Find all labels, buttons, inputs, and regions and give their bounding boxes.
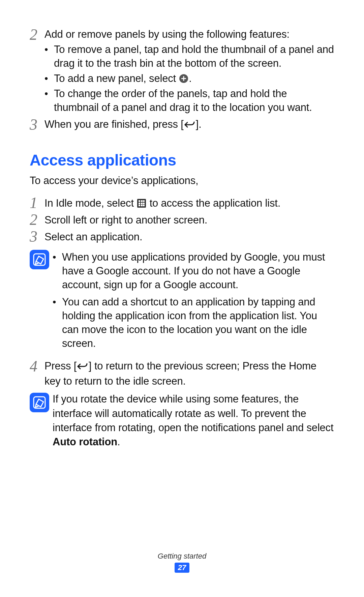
bullet-dot: • xyxy=(53,295,62,308)
bullet-dot: • xyxy=(44,72,54,85)
note-icon-cell xyxy=(30,249,53,269)
step-3: 3 When you are finished, press []. xyxy=(30,116,334,133)
step-body: Add or remove panels by using the follow… xyxy=(44,26,334,114)
bullet-text: When you use applications provided by Go… xyxy=(62,250,334,292)
bullet-item: • To change the order of the panels, tap… xyxy=(44,87,334,115)
note-block: If you rotate the device while using som… xyxy=(30,392,334,449)
step-number: 1 xyxy=(30,195,44,211)
step-text: Add or remove panels by using the follow… xyxy=(44,28,290,40)
bullet-text: To add a new panel, select . xyxy=(54,72,334,86)
step-body: Press [] to return to the previous scree… xyxy=(44,358,334,388)
back-icon xyxy=(77,361,88,375)
step-number: 2 xyxy=(30,26,44,42)
apps-grid-icon xyxy=(137,199,146,208)
bullet-item: • To add a new panel, select . xyxy=(44,72,334,86)
step-3b: 3 Select an application. xyxy=(30,228,334,244)
step-number: 2 xyxy=(30,211,44,228)
bullet-item: • To remove a panel, tap and hold the th… xyxy=(44,43,334,70)
section-heading: Access applications xyxy=(30,151,334,169)
note-icon xyxy=(30,250,49,269)
plus-icon xyxy=(179,74,188,83)
bullet-item: • When you use applications provided by … xyxy=(53,250,334,292)
footer-section-label: Getting started xyxy=(0,552,364,561)
bullet-list: • To remove a panel, tap and hold the th… xyxy=(44,43,334,115)
step-2: 2 Add or remove panels by using the foll… xyxy=(30,26,334,114)
bullet-text: To change the order of the panels, tap a… xyxy=(54,87,334,115)
step-body: In Idle mode, select to access the appli… xyxy=(44,195,334,210)
bullet-dot: • xyxy=(44,43,54,56)
page-number-badge: 27 xyxy=(175,563,189,573)
intro-text: To access your device’s applications, xyxy=(30,174,334,188)
step-1: 1 In Idle mode, select to access the app… xyxy=(30,195,334,211)
bullet-text: You can add a shortcut to an application… xyxy=(62,295,334,351)
note-icon-cell xyxy=(30,392,53,412)
step-number: 3 xyxy=(30,116,44,132)
step-4: 4 Press [] to return to the previous scr… xyxy=(30,358,334,388)
step-body: Scroll left or right to another screen. xyxy=(44,211,334,227)
back-icon xyxy=(184,119,195,133)
step-body: Select an application. xyxy=(44,228,334,244)
document-page: 2 Add or remove panels by using the foll… xyxy=(0,0,364,597)
steps-group: 1 In Idle mode, select to access the app… xyxy=(30,195,334,244)
bold-term: Auto rotation xyxy=(53,436,117,448)
bullet-item: • You can add a shortcut to an applicati… xyxy=(53,295,334,351)
note-text: • When you use applications provided by … xyxy=(53,249,334,350)
note-icon xyxy=(30,393,49,412)
note-block: • When you use applications provided by … xyxy=(30,249,334,350)
bullet-text: To remove a panel, tap and hold the thum… xyxy=(54,43,334,70)
step-2b: 2 Scroll left or right to another screen… xyxy=(30,211,334,228)
note-text: If you rotate the device while using som… xyxy=(53,392,334,449)
bullet-dot: • xyxy=(53,250,62,264)
step-number: 3 xyxy=(30,228,44,244)
page-footer: Getting started 27 xyxy=(0,552,364,573)
step-number: 4 xyxy=(30,358,44,374)
step-body: When you are finished, press []. xyxy=(44,116,334,133)
bullet-dot: • xyxy=(44,87,54,100)
